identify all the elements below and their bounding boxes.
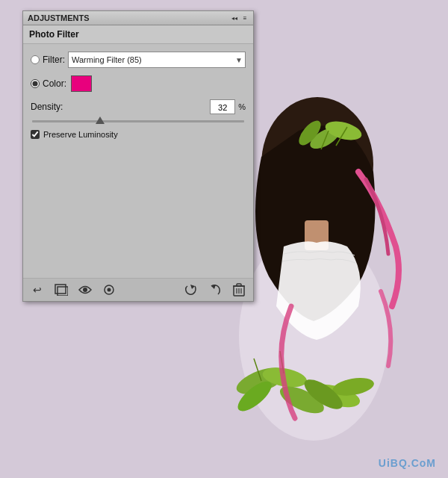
visibility-button[interactable] [101,283,117,297]
clip-icon [55,284,68,296]
color-row: Color: [31,75,246,92]
filter-label-text: Filter: [43,55,65,65]
slider-track[interactable] [32,120,244,122]
density-unit: % [238,102,246,111]
filter-radio-label[interactable]: Filter: [31,55,68,65]
preserve-luminosity-row: Preserve Luminosity [31,130,246,139]
svg-rect-19 [237,284,241,286]
trash-icon [233,283,245,297]
color-radio[interactable] [31,79,40,88]
delete-button[interactable] [231,283,247,297]
subtitle-text: Photo Filter [29,29,79,40]
panel-body: Filter: Warming Filter (85) ▼ Color: Den… [23,44,253,278]
panel-spacer [31,143,246,270]
slider-thumb[interactable] [96,117,105,124]
density-row: Density: 32 % [31,99,246,114]
color-label-text: Color: [43,78,66,89]
refresh-icon [208,284,222,296]
visibility-icon [102,285,116,295]
eye-icon [78,285,92,295]
svg-point-17 [108,288,111,292]
filter-dropdown[interactable]: Warming Filter (85) [68,52,246,68]
reset-icon [184,284,198,296]
svg-rect-14 [57,287,68,296]
svg-rect-13 [55,285,66,294]
preserve-luminosity-checkbox[interactable] [31,130,40,139]
density-slider-row [31,120,246,122]
panel-titlebar: ADJUSTMENTS ◂◂ ≡ [23,11,253,25]
preserve-luminosity-label[interactable]: Preserve Luminosity [43,130,118,139]
watermark: UiBQ.CoM [379,457,436,469]
svg-point-15 [83,288,87,292]
filter-row: Filter: Warming Filter (85) ▼ [31,52,246,68]
color-swatch[interactable] [71,75,92,92]
eye-button[interactable] [77,283,93,297]
filter-radio[interactable] [31,55,40,64]
refresh-button[interactable] [207,283,223,297]
collapse-icon[interactable]: ◂◂ [231,14,238,22]
panel-title: ADJUSTMENTS [28,13,90,22]
reset-button[interactable] [183,283,199,297]
undo-button[interactable]: ↩ [29,283,46,297]
adjustments-panel: ADJUSTMENTS ◂◂ ≡ Photo Filter Filter: Wa… [22,10,254,302]
panel-toolbar: ↩ [23,278,253,301]
panel-subtitle: Photo Filter [23,25,253,44]
title-controls: ◂◂ ≡ [231,14,249,22]
menu-icon[interactable]: ≡ [241,14,249,22]
filter-dropdown-wrapper: Warming Filter (85) ▼ [68,52,246,68]
color-radio-label[interactable]: Color: [31,78,68,89]
density-label: Density: [31,102,75,112]
clip-button[interactable] [53,283,69,297]
density-value[interactable]: 32 [210,99,235,114]
